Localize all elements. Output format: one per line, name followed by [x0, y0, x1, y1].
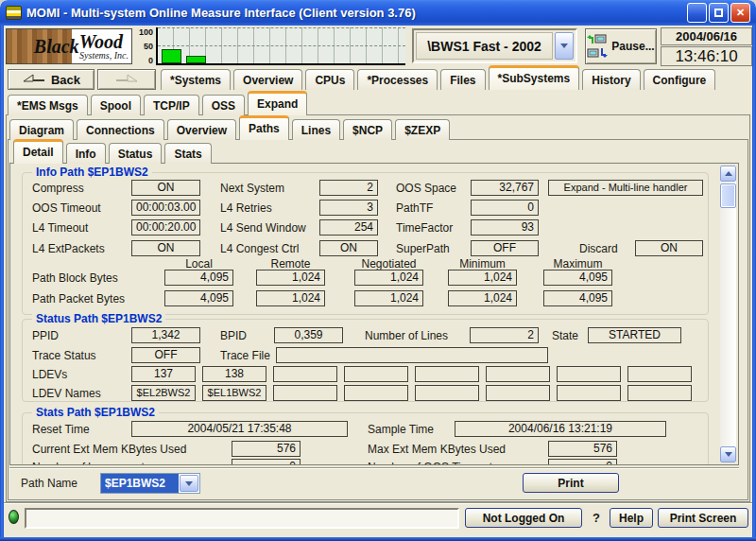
close-icon: ✕ [736, 7, 745, 19]
tab-connections[interactable]: Connections [77, 119, 164, 140]
chevron-down-icon [560, 44, 568, 48]
chart-ytick-50: 50 [144, 42, 153, 51]
tab-files[interactable]: Files [440, 69, 485, 90]
pause-button-label: Pause... [611, 40, 654, 53]
pause-button[interactable]: Pause... [585, 28, 657, 64]
not-logged-on-button[interactable]: Not Logged On [465, 508, 582, 528]
tab-ncp[interactable]: $NCP [343, 119, 392, 140]
stats-path-group: Stats Path $EP1BWS2 Reset Time 2004/05/2… [22, 412, 709, 465]
tab-overview[interactable]: Overview [233, 69, 302, 90]
path-name-label: Path Name [21, 477, 77, 490]
maximize-button[interactable] [709, 3, 729, 23]
packet-minimum: 1,024 [448, 290, 517, 306]
tab-zexp[interactable]: $ZEXP [395, 119, 450, 140]
path-name-value: $EP1BWS2 [101, 474, 179, 493]
l4-retries-label: L4 Retries [220, 201, 272, 215]
print-button[interactable]: Print [523, 473, 619, 493]
logo-subtitle: Systems, Inc. [79, 50, 131, 61]
statusbar-separator [4, 502, 752, 504]
tab-stats[interactable]: Stats [164, 143, 211, 164]
ldev-name-5 [486, 385, 550, 401]
timefactor-value: 93 [471, 219, 539, 236]
momi-window: MOMI - Multi-system Online Measure Inter… [0, 0, 756, 541]
tab-tcpip[interactable]: TCP/IP [144, 95, 199, 115]
vertical-scrollbar[interactable] [720, 166, 736, 462]
trace-file-label: Trace File [220, 349, 270, 362]
cur-mem-label: Current Ext Mem KBytes Used [32, 443, 186, 456]
tab-cpus[interactable]: CPUs [305, 69, 354, 90]
window-border-left [0, 25, 4, 541]
block-maximum: 4,095 [543, 270, 612, 286]
status-message-field [25, 508, 459, 529]
scrollbar-up-icon [725, 171, 732, 176]
window-title: MOMI - Multi-system Online Measure Inter… [26, 6, 685, 20]
info-path-group: Info Path $EP1BWS2 Compress ON Next Syst… [22, 172, 709, 315]
chart-ytick-100: 100 [139, 27, 153, 37]
help-button[interactable]: Help [610, 508, 653, 528]
num-lines-value: 2 [470, 327, 539, 343]
scroll-down-button[interactable] [720, 446, 736, 462]
back-button-label: Back [51, 73, 80, 87]
tab-history[interactable]: History [582, 69, 640, 90]
ldev-name-6 [557, 385, 621, 401]
tab-expand[interactable]: Expand [248, 91, 307, 115]
time-display: 13:46:10 [661, 46, 752, 66]
back-button[interactable]: Back [8, 69, 94, 90]
tab-processes[interactable]: *Processes [357, 69, 438, 90]
next-system-value: 2 [319, 180, 378, 196]
path-name-combobox[interactable]: $EP1BWS2 [100, 473, 200, 494]
tab-spool[interactable]: Spool [91, 95, 141, 115]
tab-lines[interactable]: Lines [292, 119, 340, 140]
forward-button[interactable] [97, 69, 156, 90]
close-button[interactable]: ✕ [730, 3, 750, 23]
reset-time-label: Reset Time [32, 423, 90, 436]
scrollbar-down-icon [725, 452, 732, 457]
forward-arrow-icon [114, 74, 139, 85]
ldev-5 [486, 366, 550, 382]
oos-space-value: 32,767 [471, 180, 539, 196]
status-indicator-icon [9, 510, 19, 524]
chart-plot-area [156, 27, 405, 65]
block-minimum: 1,024 [448, 270, 517, 286]
expand-tab-row: Diagram Connections Overview Paths Lines… [9, 115, 450, 140]
l4-timeout-value: 00:00:20.00 [131, 219, 200, 236]
logo-wood: Wood [79, 33, 131, 50]
compress-label: Compress [32, 182, 84, 195]
oos-timeouts-label: Number of OOS Timeouts [368, 461, 498, 465]
tab-ems-msgs[interactable]: *EMS Msgs [8, 95, 88, 115]
scrollbar-thumb[interactable] [720, 183, 736, 208]
path-block-bytes-label: Path Block Bytes [32, 271, 118, 285]
pathtf-value: 0 [471, 200, 539, 216]
packet-negotiated: 1,024 [354, 290, 423, 306]
minimize-button[interactable]: _ [687, 3, 707, 23]
print-screen-button[interactable]: Print Screen [658, 508, 748, 528]
chart-ytick-0: 0 [148, 56, 153, 65]
oos-timeout-label: OOS Timeout [32, 201, 101, 215]
tab-status[interactable]: Status [109, 143, 163, 164]
scroll-up-button[interactable] [720, 166, 736, 182]
ldev-name-4 [415, 385, 479, 401]
packet-maximum: 4,095 [543, 290, 612, 306]
tab-subsystems[interactable]: *SubSystems [489, 65, 580, 90]
system-selector-dropdown-button[interactable] [555, 32, 574, 60]
app-icon [6, 6, 22, 20]
ldev-names-label: LDEV Names [32, 387, 101, 400]
tab-oss[interactable]: OSS [202, 95, 245, 115]
tab-detail[interactable]: Detail [13, 139, 63, 164]
bpid-label: BPID [220, 329, 247, 342]
tab-systems[interactable]: *Systems [161, 69, 231, 90]
tab-info[interactable]: Info [66, 143, 106, 164]
tab-configure[interactable]: Configure [644, 69, 716, 90]
l4-retries-value: 3 [319, 200, 378, 216]
chevron-down-icon [185, 481, 193, 486]
system-selector[interactable]: \BWS1 Fast - 2002 [412, 28, 577, 63]
path-name-dropdown-button[interactable] [180, 475, 198, 492]
discard-label: Discard [579, 242, 618, 255]
tab-expand-overview[interactable]: Overview [167, 119, 236, 140]
tab-paths[interactable]: Paths [239, 115, 289, 140]
next-system-label: Next System [220, 182, 284, 195]
tab-diagram[interactable]: Diagram [9, 119, 74, 140]
gridline-100 [158, 27, 405, 28]
packet-remote: 1,024 [256, 290, 325, 306]
bpid-value: 0,359 [274, 327, 343, 343]
